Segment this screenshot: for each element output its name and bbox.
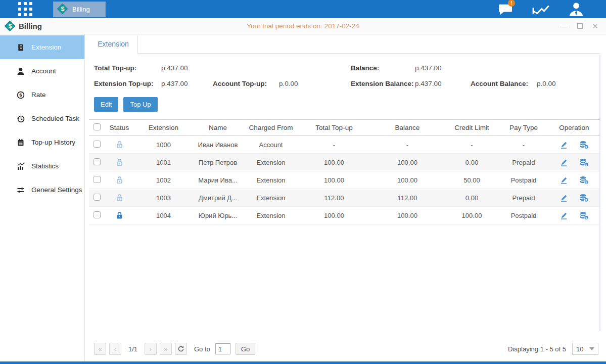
topup-row-icon[interactable]: $ — [579, 211, 589, 220]
taskbar-billing-button[interactable]: $ Billing — [53, 2, 106, 17]
toolbar: Edit Top Up — [94, 97, 599, 112]
billing-app-screen: $ Billing ! — [0, 0, 606, 364]
credit-limit-cell: - — [445, 141, 498, 149]
pay-type-cell: - — [498, 141, 549, 149]
row-checkbox[interactable] — [94, 211, 101, 218]
row-checkbox[interactable] — [94, 176, 101, 183]
edit-row-icon[interactable] — [560, 194, 568, 202]
table-body: 1000 Иван Иванов Account - - - - $ — [89, 136, 599, 224]
sidebar-item-topup-history[interactable]: Top-up History — [0, 130, 84, 154]
sidebar: Extension Account $ Rate — [0, 34, 85, 361]
name-cell: Дмитрий Д... — [193, 194, 243, 202]
select-all-checkbox[interactable] — [94, 123, 101, 130]
topup-row-icon[interactable]: $ — [579, 158, 589, 167]
row-checkbox[interactable] — [94, 141, 101, 148]
table-header-row: Status Extension Name Charged From Total… — [89, 119, 599, 136]
extension-topup-value: p.437.00 — [161, 80, 213, 87]
table-row: 1003 Дмитрий Д... Extension 112.00 112.0… — [89, 189, 599, 207]
statistics-chart-icon — [17, 162, 25, 170]
maximize-icon[interactable] — [577, 23, 583, 29]
next-page-button[interactable]: › — [145, 343, 157, 355]
extension-balance-value: p.437.00 — [415, 80, 471, 87]
close-icon[interactable]: × — [592, 21, 598, 31]
svg-text:$: $ — [585, 162, 587, 166]
sidebar-item-label: Rate — [31, 91, 46, 99]
edit-row-icon[interactable] — [560, 158, 568, 167]
total-topup-cell: - — [299, 141, 369, 149]
charged-from-cell: Extension — [243, 159, 299, 166]
app-launcher-grid-icon[interactable] — [18, 2, 32, 16]
page-size-select[interactable]: 10 — [572, 343, 598, 355]
topup-row-icon[interactable]: $ — [579, 194, 589, 202]
sidebar-item-rate[interactable]: $ Rate — [0, 83, 84, 107]
window-body: Extension Account $ Rate — [0, 34, 606, 361]
tab-strip: Extension — [89, 35, 599, 54]
refresh-button[interactable] — [175, 343, 187, 355]
sidebar-item-label: Top-up History — [31, 139, 75, 146]
credit-limit-cell: 100.00 — [445, 212, 498, 219]
window-controls: — × — [560, 21, 598, 31]
scheduled-task-clock-icon — [17, 115, 25, 123]
go-button[interactable]: Go — [236, 343, 255, 355]
window-titlebar: $ Billing Your trial period ends on: 201… — [0, 18, 606, 34]
column-header-operation: Operation — [549, 124, 599, 131]
row-checkbox[interactable] — [94, 158, 101, 165]
minimize-icon[interactable]: — — [560, 22, 568, 30]
last-page-button[interactable]: » — [160, 343, 172, 355]
user-account-icon[interactable] — [568, 2, 585, 17]
credit-limit-cell: 0.00 — [445, 159, 498, 166]
extension-cell: 1002 — [134, 176, 193, 184]
general-settings-sliders-icon — [17, 186, 25, 194]
sidebar-item-scheduled-task[interactable]: Scheduled Task — [0, 107, 84, 130]
reports-chart-icon[interactable] — [532, 2, 549, 17]
topup-history-ledger-icon — [17, 139, 25, 147]
column-header-name: Name — [193, 124, 243, 131]
edit-row-icon[interactable] — [560, 176, 568, 185]
svg-text:$: $ — [19, 92, 22, 98]
svg-text:$: $ — [585, 145, 587, 148]
desktop-topbar: $ Billing ! — [0, 0, 606, 18]
extension-cell: 1004 — [134, 212, 193, 219]
credit-limit-cell: 0.00 — [445, 194, 498, 202]
extension-table: Status Extension Name Charged From Total… — [89, 119, 599, 224]
topup-row-icon[interactable]: $ — [579, 141, 589, 149]
table-row: 1000 Иван Иванов Account - - - - $ — [89, 136, 599, 154]
column-header-balance: Balance — [369, 124, 445, 131]
column-header-extension: Extension — [134, 124, 193, 131]
lock-open-icon — [116, 141, 123, 149]
sidebar-item-extension[interactable]: Extension — [0, 35, 84, 59]
sidebar-item-account[interactable]: Account — [0, 59, 84, 83]
messages-icon[interactable]: ! — [497, 2, 514, 17]
goto-page-input[interactable] — [215, 343, 230, 354]
desktop-bottom-strip — [0, 361, 606, 364]
scrollbar-track[interactable] — [599, 55, 600, 331]
edit-button[interactable]: Edit — [94, 97, 118, 112]
topup-button[interactable]: Top Up — [123, 97, 157, 112]
notification-badge: ! — [508, 0, 515, 7]
svg-text:$: $ — [585, 180, 587, 184]
edit-row-icon[interactable] — [560, 211, 568, 220]
balance-cell: 112.00 — [369, 194, 445, 202]
account-topup-value: p.0.00 — [279, 80, 298, 87]
first-page-button[interactable]: « — [94, 343, 106, 355]
tab-extension[interactable]: Extension — [89, 35, 138, 54]
prev-page-button[interactable]: ‹ — [109, 343, 121, 355]
row-checkbox[interactable] — [94, 194, 101, 201]
total-topup-cell: 100.00 — [299, 212, 369, 219]
chevron-down-icon — [589, 347, 594, 350]
table-row: 1002 Мария Ива... Extension 100.00 100.0… — [89, 171, 599, 189]
extension-cell: 1001 — [134, 159, 193, 166]
sidebar-item-general-settings[interactable]: General Settings — [0, 178, 84, 202]
pay-type-cell: Postpaid — [498, 212, 549, 219]
credit-limit-cell: 50.00 — [445, 176, 498, 184]
svg-text:$: $ — [585, 215, 587, 219]
edit-row-icon[interactable] — [560, 141, 568, 149]
column-header-pay-type: Pay Type — [498, 124, 549, 131]
name-cell: Мария Ива... — [193, 176, 243, 184]
sidebar-item-statistics[interactable]: Statistics — [0, 154, 84, 178]
balance-value: p.437.00 — [415, 64, 442, 72]
extension-book-icon — [17, 43, 25, 52]
topup-row-icon[interactable]: $ — [579, 176, 589, 185]
account-balance-label: Account Balance: — [471, 80, 537, 87]
pay-type-cell: Postpaid — [498, 176, 549, 184]
